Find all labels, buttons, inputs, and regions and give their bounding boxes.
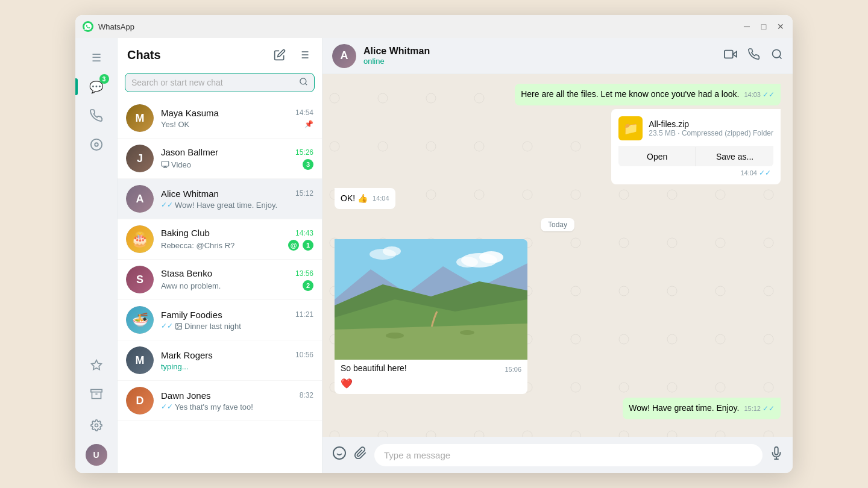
chat-main: A Alice Whitman online — [322, 38, 793, 473]
chat-name: Jason Ballmer — [161, 147, 218, 157]
svg-point-32 — [386, 333, 404, 339]
list-item[interactable]: S Stasa Benko 13:56 Aww no problem. 2 — [118, 260, 322, 300]
svg-line-21 — [779, 57, 782, 59]
caption-text: So beautiful here! — [341, 363, 407, 373]
chat-info: Maya Kasuma 14:54 Yes! OK 📌 — [161, 108, 313, 129]
svg-rect-14 — [162, 161, 169, 166]
contact-avatar[interactable]: A — [332, 44, 356, 68]
chat-info: Alice Whitman 15:12 ✓✓ Wow! Have great t… — [161, 189, 313, 210]
list-item[interactable]: 🍜 Family Foodies 11:21 ✓✓ Dinner last ni… — [118, 300, 322, 340]
nav-archive-icon[interactable] — [84, 381, 109, 407]
whatsapp-logo — [83, 21, 93, 32]
open-file-button[interactable]: Open — [618, 147, 696, 166]
message-text: Here are all the files. Let me know once… — [521, 89, 739, 99]
search-input-wrapper — [125, 73, 315, 92]
nav-chats-icon[interactable]: 💬 3 — [84, 74, 109, 99]
message-image[interactable] — [335, 239, 527, 360]
nav-settings-icon[interactable] — [84, 413, 109, 438]
list-item[interactable]: M Maya Kasuma 14:54 Yes! OK 📌 — [118, 98, 322, 139]
search-input[interactable] — [131, 78, 299, 87]
save-file-button[interactable]: Save as... — [696, 147, 773, 166]
message-input[interactable] — [374, 444, 763, 466]
svg-point-1 — [95, 143, 98, 146]
chat-info: Jason Ballmer 15:26 Video 3 — [161, 147, 313, 170]
contact-status: online — [363, 57, 717, 66]
voice-message-button[interactable] — [770, 446, 783, 463]
image-caption: So beautiful here! 15:06 — [335, 360, 527, 377]
chat-preview: typing... — [161, 362, 313, 371]
avatar: J — [126, 145, 154, 172]
list-item[interactable]: D Dawn Jones 8:32 ✓✓ Yes that's my fave … — [118, 381, 322, 421]
svg-marker-2 — [91, 360, 101, 370]
nav-status-icon[interactable] — [84, 132, 109, 157]
chat-header: A Alice Whitman online — [322, 38, 793, 74]
user-avatar-nav[interactable]: U — [86, 444, 107, 466]
list-item[interactable]: 🎂 Baking Club 14:43 Rebecca: @Chris R? @… — [118, 219, 322, 260]
list-item[interactable]: J Jason Ballmer 15:26 Video 3 — [118, 139, 322, 179]
chat-list-header-icons — [271, 46, 312, 63]
message-time: 15:12 ✓✓ — [744, 404, 775, 414]
chat-info: Mark Rogers 10:56 typing... — [161, 350, 313, 371]
unread-badge: 2 — [303, 280, 313, 291]
chat-header-actions — [724, 48, 783, 64]
new-chat-button[interactable] — [271, 46, 288, 63]
emoji-button[interactable] — [332, 446, 347, 464]
chat-time: 14:43 — [295, 229, 313, 237]
filter-button[interactable] — [295, 46, 312, 63]
message-bubble: OK! 👍 14:04 — [335, 188, 395, 210]
chat-list-title: Chats — [127, 48, 161, 62]
chat-name: Maya Kasuma — [161, 108, 219, 118]
reaction-emoji[interactable]: ❤️ — [341, 378, 353, 389]
chat-list-panel: Chats — [118, 38, 322, 473]
svg-point-33 — [460, 330, 474, 335]
image-message-bubble: So beautiful here! 15:06 ❤️ — [335, 239, 527, 394]
file-name: All-files.zip — [649, 119, 773, 129]
chat-name: Stasa Benko — [161, 268, 212, 278]
contact-name: Alice Whitman — [363, 46, 717, 57]
search-icon — [299, 77, 308, 88]
chat-info: Family Foodies 11:21 ✓✓ Dinner last nigh… — [161, 310, 313, 331]
file-info: All-files.zip 23.5 MB · Compressed (zipp… — [649, 119, 773, 137]
svg-line-13 — [305, 83, 307, 85]
file-icon: 📁 — [618, 116, 643, 140]
svg-point-20 — [773, 50, 781, 58]
close-button[interactable]: ✕ — [776, 22, 785, 31]
chat-preview: Aww no problem. — [161, 281, 299, 290]
chat-preview: ✓✓ Dinner last night — [161, 322, 313, 331]
file-meta: 23.5 MB · Compressed (zipped) Folder — [649, 129, 773, 137]
unread-badge: 3 — [303, 159, 313, 170]
chat-name: Family Foodies — [161, 310, 222, 320]
chat-name: Mark Rogers — [161, 350, 213, 360]
chat-preview: Video — [161, 160, 299, 169]
message-bubble: Wow! Have great time. Enjoy. 15:12 ✓✓ — [623, 398, 781, 419]
svg-marker-18 — [733, 51, 737, 57]
title-bar: WhatsApp ─ □ ✕ — [75, 15, 793, 38]
attach-button[interactable] — [354, 446, 367, 463]
chats-badge: 3 — [99, 74, 109, 84]
message-time: 15:06 — [505, 366, 521, 373]
minimize-button[interactable]: ─ — [742, 22, 752, 31]
video-call-button[interactable] — [724, 48, 737, 64]
contact-info[interactable]: Alice Whitman online — [363, 46, 717, 66]
avatar: S — [126, 266, 154, 293]
chat-name: Dawn Jones — [161, 390, 211, 401]
voice-call-button[interactable] — [748, 48, 760, 63]
date-divider: Today — [335, 219, 781, 230]
avatar: D — [126, 387, 154, 414]
chat-time: 13:56 — [295, 269, 313, 278]
nav-menu-icon[interactable]: ☰ — [84, 45, 109, 70]
chat-preview: ✓✓ Wow! Have great time. Enjoy. — [161, 201, 313, 210]
nav-starred-icon[interactable] — [84, 352, 109, 378]
svg-point-34 — [333, 447, 345, 459]
nav-calls-icon[interactable] — [84, 103, 109, 128]
svg-point-27 — [383, 246, 401, 256]
list-item[interactable]: A Alice Whitman 15:12 ✓✓ Wow! Have great… — [118, 179, 322, 219]
chat-preview: Yes! OK — [161, 120, 304, 129]
message-time: 14:04 — [373, 194, 389, 203]
mention-badge: @ — [288, 240, 299, 251]
maximize-button[interactable]: □ — [759, 22, 769, 31]
chat-time: 8:32 — [300, 391, 313, 399]
app-window: WhatsApp ─ □ ✕ ☰ 💬 3 — [75, 15, 793, 473]
list-item[interactable]: M Mark Rogers 10:56 typing... — [118, 340, 322, 381]
search-messages-button[interactable] — [771, 48, 783, 63]
